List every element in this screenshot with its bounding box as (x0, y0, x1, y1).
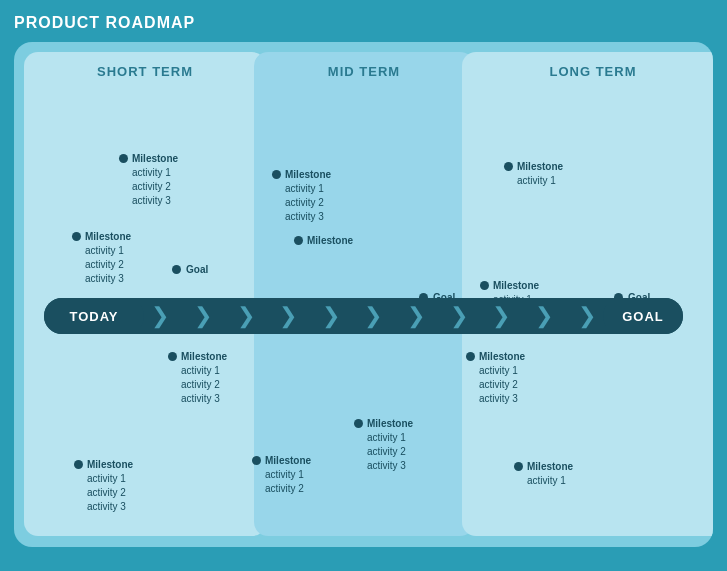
milestone-text-5: Milestone activity 1 (517, 160, 563, 188)
milestone-text-4: Milestone (307, 234, 353, 248)
chevron-2: ❯ (194, 305, 212, 327)
milestone-dot-9 (354, 419, 363, 428)
chevron-9: ❯ (492, 305, 510, 327)
chevrons-container: ❯ ❯ ❯ ❯ ❯ ❯ ❯ ❯ ❯ ❯ ❯ (139, 298, 608, 334)
section-mid-label: MID TERM (254, 64, 474, 79)
chevron-10: ❯ (535, 305, 553, 327)
timeline-bar: TODAY ❯ ❯ ❯ ❯ ❯ ❯ ❯ ❯ ❯ ❯ ❯ GOAL (44, 298, 683, 334)
milestone-text-7: Milestone activity 1activity 2activity 3 (181, 350, 227, 406)
goal-item-1: Goal (172, 264, 208, 275)
page-title: PRODUCT ROADMAP (14, 14, 713, 32)
chevron-11: ❯ (578, 305, 596, 327)
milestone-dot-4 (294, 236, 303, 245)
milestone-item-12: Milestone activity 1activity 2activity 3 (74, 458, 133, 514)
milestone-dot-11 (514, 462, 523, 471)
chevron-5: ❯ (322, 305, 340, 327)
milestone-text-11: Milestone activity 1 (527, 460, 573, 488)
milestone-text-1: Milestone activity 1activity 2activity 3 (132, 152, 178, 208)
milestone-dot-7 (168, 352, 177, 361)
milestone-dot-1 (119, 154, 128, 163)
milestone-item-7: Milestone activity 1activity 2activity 3 (168, 350, 227, 406)
milestone-dot-5 (504, 162, 513, 171)
milestone-item-9: Milestone activity 1activity 2activity 3 (354, 417, 413, 473)
chevron-8: ❯ (450, 305, 468, 327)
timeline-goal-text: GOAL (622, 309, 664, 324)
chevron-1: ❯ (151, 305, 169, 327)
timeline-goal: GOAL (603, 298, 683, 334)
goal-dot-1 (172, 265, 181, 274)
outer-container: PRODUCT ROADMAP SHORT TERM MID TERM LONG… (0, 0, 727, 571)
milestone-dot-2 (72, 232, 81, 241)
milestone-item-1: Milestone activity 1activity 2activity 3 (119, 152, 178, 208)
milestone-item-10: Milestone activity 1activity 2activity 3 (466, 350, 525, 406)
milestone-text-3: Milestone activity 1activity 2activity 3 (285, 168, 331, 224)
milestone-text-12: Milestone activity 1activity 2activity 3 (87, 458, 133, 514)
milestone-item-4: Milestone (294, 234, 353, 248)
milestone-dot-10 (466, 352, 475, 361)
milestone-item-3: Milestone activity 1activity 2activity 3 (272, 168, 331, 224)
main-box: SHORT TERM MID TERM LONG TERM Milestone … (14, 42, 713, 547)
milestone-item-5: Milestone activity 1 (504, 160, 563, 188)
goal-text-1: Goal (186, 264, 208, 275)
chevron-7: ❯ (407, 305, 425, 327)
milestone-dot-3 (272, 170, 281, 179)
chevron-6: ❯ (364, 305, 382, 327)
chevron-4: ❯ (279, 305, 297, 327)
section-short (24, 52, 266, 536)
chevron-3: ❯ (237, 305, 255, 327)
milestone-item-11: Milestone activity 1 (514, 460, 573, 488)
milestone-text-10: Milestone activity 1activity 2activity 3 (479, 350, 525, 406)
milestone-item-2: Milestone activity 1activity 2activity 3 (72, 230, 131, 286)
milestone-dot-12 (74, 460, 83, 469)
milestone-text-8: Milestone activity 1activity 2 (265, 454, 311, 496)
milestone-text-9: Milestone activity 1activity 2activity 3 (367, 417, 413, 473)
milestone-dot-6 (480, 281, 489, 290)
section-short-label: SHORT TERM (24, 64, 266, 79)
section-long-label: LONG TERM (462, 64, 713, 79)
timeline-today: TODAY (44, 298, 144, 334)
milestone-dot-8 (252, 456, 261, 465)
milestone-text-2: Milestone activity 1activity 2activity 3 (85, 230, 131, 286)
timeline-today-text: TODAY (69, 309, 118, 324)
milestone-item-8: Milestone activity 1activity 2 (252, 454, 311, 496)
